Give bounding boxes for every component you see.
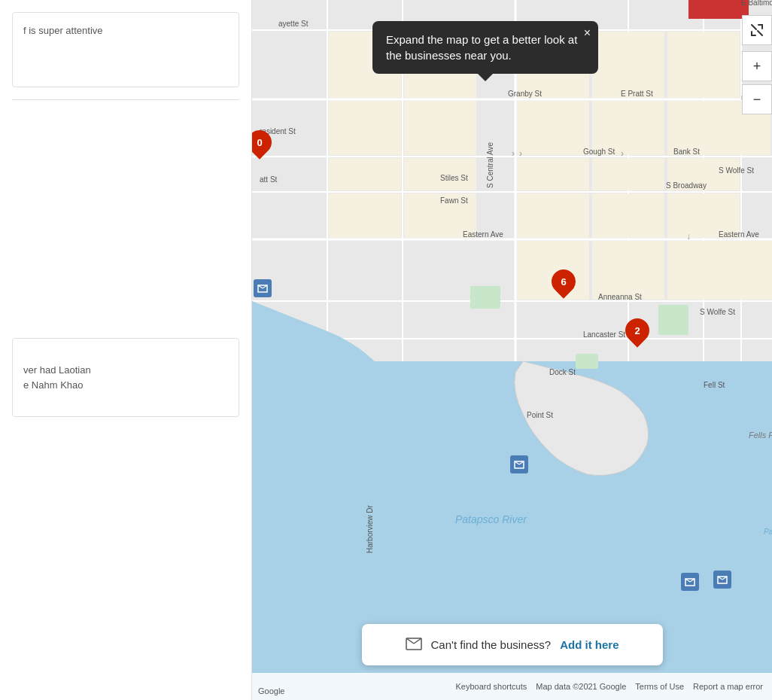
map-footer: Google Keyboard shortcuts Map data ©2021…	[252, 673, 772, 700]
map-pin-6[interactable]: 6	[552, 269, 576, 294]
svg-rect-29	[592, 158, 664, 190]
keyboard-shortcuts-link[interactable]: Keyboard shortcuts	[455, 682, 527, 691]
svg-text:↓: ↓	[686, 231, 691, 242]
svg-rect-34	[592, 193, 664, 238]
svg-text:Harborview Dr: Harborview Dr	[366, 504, 374, 553]
svg-text:Stiles St: Stiles St	[440, 174, 468, 182]
svg-text:Lancaster St: Lancaster St	[583, 330, 625, 339]
svg-text:Fawn St: Fawn St	[440, 196, 468, 205]
svg-rect-37	[592, 241, 664, 300]
svg-text:Granby St: Granby St	[508, 90, 542, 98]
map-controls: + −	[742, 15, 772, 117]
map-container[interactable]: ayette St Granby St E Pratt St Gough St …	[252, 0, 772, 700]
report-error-link[interactable]: Report a map error	[693, 682, 763, 691]
svg-text:ayette St: ayette St	[278, 20, 308, 28]
svg-line-87	[414, 638, 421, 644]
add-business-link[interactable]: Add it here	[560, 638, 619, 651]
svg-text:S Wolfe St: S Wolfe St	[700, 308, 735, 316]
tooltip-close-button[interactable]: ×	[584, 27, 591, 39]
svg-text:Fells Po: Fells Po	[749, 431, 772, 440]
svg-text:Gough St: Gough St	[583, 148, 615, 156]
review-card-2: ver had Laotian e Nahm Khao	[12, 338, 239, 417]
review-text-1: f is super attentive	[23, 23, 228, 38]
zoom-out-button[interactable]: −	[742, 84, 772, 114]
svg-text:S Broadway: S Broadway	[666, 181, 707, 190]
svg-rect-33	[517, 193, 589, 238]
svg-text:E Pratt St: E Pratt St	[621, 90, 653, 98]
svg-rect-39	[470, 286, 500, 309]
svg-text:›: ›	[621, 148, 624, 159]
map-pin-blue-2[interactable]	[510, 455, 528, 473]
svg-text:Anneanna St: Anneanna St	[598, 293, 642, 301]
svg-text:att St: att St	[260, 175, 278, 184]
google-logo: Google	[258, 686, 284, 695]
svg-text:S Wolfe St: S Wolfe St	[719, 166, 754, 175]
map-pin-blue-3[interactable]	[681, 573, 699, 591]
svg-text:Dock St: Dock St	[549, 368, 576, 376]
tooltip-text: Expand the map to get a better look at t…	[386, 33, 577, 62]
map-data-label: Map data ©2021 Google	[536, 682, 626, 691]
svg-rect-38	[667, 241, 772, 300]
svg-rect-18	[592, 32, 664, 98]
map-pin-2[interactable]: 2	[625, 318, 649, 342]
svg-text:S Central Ave: S Central Ave	[486, 142, 494, 188]
add-business-text: Can't find the business?	[431, 638, 552, 651]
svg-rect-19	[667, 32, 740, 98]
expand-map-button[interactable]	[742, 15, 772, 45]
svg-text:Fell St: Fell St	[704, 381, 725, 389]
svg-rect-40	[658, 305, 688, 335]
terms-of-use-link[interactable]: Terms of Use	[635, 682, 684, 691]
svg-line-86	[406, 638, 414, 644]
svg-rect-41	[576, 354, 598, 369]
svg-rect-22	[517, 101, 589, 155]
svg-text:Eastern Ave: Eastern Ave	[719, 230, 759, 239]
zoom-in-button[interactable]: +	[742, 51, 772, 81]
map-pin-blue-1[interactable]	[254, 279, 272, 297]
svg-text:Eastern Ave: Eastern Ave	[463, 230, 503, 239]
pin-number-6: 6	[561, 276, 566, 288]
svg-text:Patapsco River: Patapsco River	[455, 513, 527, 525]
map-pin-0[interactable]: 0	[252, 130, 272, 154]
left-panel: f is super attentive ver had Laotian e N…	[0, 0, 252, 700]
svg-rect-28	[517, 158, 589, 190]
svg-rect-20	[329, 101, 401, 155]
svg-rect-31	[329, 193, 401, 238]
add-business-banner: Can't find the business? Add it here	[362, 624, 663, 665]
svg-rect-26	[329, 158, 401, 190]
svg-text:›: ›	[512, 148, 515, 159]
svg-text:E Baltimore St: E Baltimore St	[741, 0, 772, 7]
pin-number-0: 0	[257, 137, 262, 148]
map-pin-blue-4[interactable]	[713, 571, 731, 589]
review-card-1: f is super attentive	[12, 12, 239, 87]
svg-text:Pa: Pa	[764, 528, 772, 536]
pin-number-2: 2	[634, 325, 640, 336]
svg-text:Bank St: Bank St	[673, 148, 700, 156]
svg-text:Point St: Point St	[527, 411, 553, 419]
svg-rect-21	[404, 101, 476, 155]
svg-rect-42	[688, 0, 749, 19]
review-text-2: ver had Laotian e Nahm Khao	[23, 363, 228, 392]
map-tooltip: × Expand the map to get a better look at…	[372, 21, 598, 74]
add-business-icon	[406, 635, 422, 655]
svg-text:›: ›	[519, 148, 522, 159]
